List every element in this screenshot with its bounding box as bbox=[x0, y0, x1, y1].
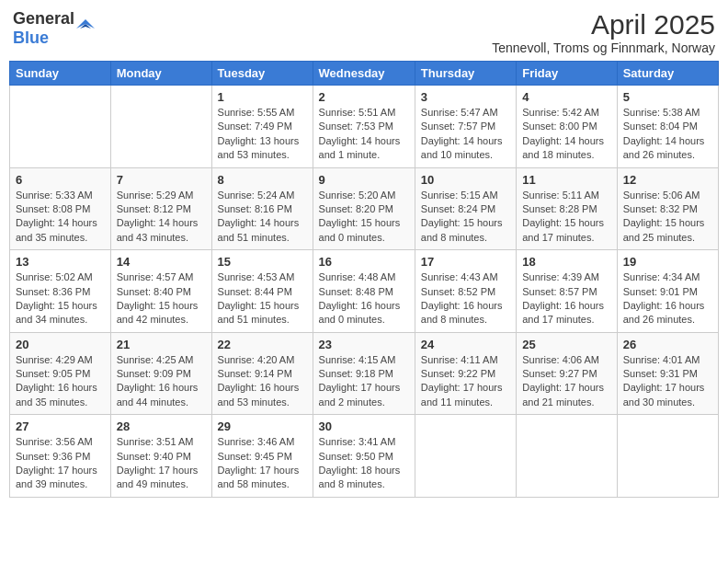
calendar-table: SundayMondayTuesdayWednesdayThursdayFrid… bbox=[9, 61, 719, 498]
day-info: Sunrise: 5:51 AM Sunset: 7:53 PM Dayligh… bbox=[319, 106, 409, 163]
day-info: Sunrise: 4:01 AM Sunset: 9:31 PM Dayligh… bbox=[623, 353, 712, 410]
weekday-header-sunday: Sunday bbox=[10, 62, 111, 86]
calendar-cell: 15Sunrise: 4:53 AM Sunset: 8:44 PM Dayli… bbox=[211, 250, 313, 333]
calendar-cell: 17Sunrise: 4:43 AM Sunset: 8:52 PM Dayli… bbox=[415, 250, 516, 333]
calendar-cell: 29Sunrise: 3:46 AM Sunset: 9:45 PM Dayli… bbox=[211, 415, 313, 498]
day-number: 7 bbox=[117, 173, 206, 187]
day-number: 8 bbox=[218, 173, 307, 187]
calendar-cell: 7Sunrise: 5:29 AM Sunset: 8:12 PM Daylig… bbox=[110, 167, 211, 250]
day-info: Sunrise: 4:06 AM Sunset: 9:27 PM Dayligh… bbox=[522, 353, 610, 410]
day-info: Sunrise: 5:38 AM Sunset: 8:04 PM Dayligh… bbox=[623, 106, 712, 163]
day-info: Sunrise: 3:46 AM Sunset: 9:45 PM Dayligh… bbox=[218, 435, 307, 492]
day-number: 12 bbox=[623, 173, 712, 187]
week-row-1: 1Sunrise: 5:55 AM Sunset: 7:49 PM Daylig… bbox=[10, 86, 719, 168]
day-number: 27 bbox=[16, 419, 105, 433]
calendar-cell: 4Sunrise: 5:42 AM Sunset: 8:00 PM Daylig… bbox=[517, 86, 617, 168]
day-info: Sunrise: 5:24 AM Sunset: 8:16 PM Dayligh… bbox=[218, 189, 307, 246]
day-info: Sunrise: 4:11 AM Sunset: 9:22 PM Dayligh… bbox=[421, 353, 510, 410]
day-info: Sunrise: 5:11 AM Sunset: 8:28 PM Dayligh… bbox=[522, 189, 610, 246]
day-info: Sunrise: 4:39 AM Sunset: 8:57 PM Dayligh… bbox=[522, 270, 610, 327]
day-info: Sunrise: 4:20 AM Sunset: 9:14 PM Dayligh… bbox=[218, 353, 307, 410]
day-info: Sunrise: 5:42 AM Sunset: 8:00 PM Dayligh… bbox=[522, 106, 610, 163]
day-number: 25 bbox=[522, 338, 610, 351]
day-info: Sunrise: 5:15 AM Sunset: 8:24 PM Dayligh… bbox=[421, 189, 510, 246]
week-row-2: 6Sunrise: 5:33 AM Sunset: 8:08 PM Daylig… bbox=[10, 167, 719, 250]
day-info: Sunrise: 4:29 AM Sunset: 9:05 PM Dayligh… bbox=[16, 353, 105, 410]
weekday-header-thursday: Thursday bbox=[415, 62, 516, 86]
day-number: 28 bbox=[117, 419, 206, 433]
day-number: 20 bbox=[16, 338, 105, 351]
logo-icon bbox=[76, 19, 95, 38]
weekday-header-saturday: Saturday bbox=[617, 62, 718, 86]
day-number: 21 bbox=[117, 338, 206, 351]
calendar-cell: 6Sunrise: 5:33 AM Sunset: 8:08 PM Daylig… bbox=[10, 167, 111, 250]
day-number: 5 bbox=[623, 90, 712, 104]
calendar-cell: 3Sunrise: 5:47 AM Sunset: 7:57 PM Daylig… bbox=[415, 86, 516, 168]
logo-blue: Blue bbox=[13, 29, 49, 47]
day-info: Sunrise: 5:33 AM Sunset: 8:08 PM Dayligh… bbox=[16, 189, 105, 246]
day-number: 13 bbox=[16, 255, 105, 269]
calendar-cell: 5Sunrise: 5:38 AM Sunset: 8:04 PM Daylig… bbox=[617, 86, 718, 168]
day-info: Sunrise: 3:41 AM Sunset: 9:50 PM Dayligh… bbox=[319, 435, 409, 492]
day-number: 14 bbox=[117, 255, 206, 269]
calendar-cell: 25Sunrise: 4:06 AM Sunset: 9:27 PM Dayli… bbox=[517, 332, 617, 415]
calendar-cell: 30Sunrise: 3:41 AM Sunset: 9:50 PM Dayli… bbox=[313, 415, 415, 498]
page-header: General Blue April 2025 Tennevoll, Troms… bbox=[9, 9, 719, 55]
day-number: 6 bbox=[16, 173, 105, 187]
day-info: Sunrise: 5:02 AM Sunset: 8:36 PM Dayligh… bbox=[16, 270, 105, 327]
day-number: 16 bbox=[319, 255, 409, 269]
day-number: 18 bbox=[522, 255, 610, 269]
day-info: Sunrise: 4:57 AM Sunset: 8:40 PM Dayligh… bbox=[117, 270, 206, 327]
week-row-5: 27Sunrise: 3:56 AM Sunset: 9:36 PM Dayli… bbox=[10, 415, 719, 498]
week-row-4: 20Sunrise: 4:29 AM Sunset: 9:05 PM Dayli… bbox=[10, 332, 719, 415]
day-number: 26 bbox=[623, 338, 712, 351]
calendar-cell: 9Sunrise: 5:20 AM Sunset: 8:20 PM Daylig… bbox=[313, 167, 415, 250]
calendar-cell: 27Sunrise: 3:56 AM Sunset: 9:36 PM Dayli… bbox=[10, 415, 111, 498]
calendar-cell: 2Sunrise: 5:51 AM Sunset: 7:53 PM Daylig… bbox=[313, 86, 415, 168]
day-info: Sunrise: 4:43 AM Sunset: 8:52 PM Dayligh… bbox=[421, 270, 510, 327]
title-block: April 2025 Tennevoll, Troms og Finnmark,… bbox=[492, 9, 715, 55]
weekday-header-monday: Monday bbox=[110, 62, 211, 86]
day-number: 9 bbox=[319, 173, 409, 187]
calendar-cell: 23Sunrise: 4:15 AM Sunset: 9:18 PM Dayli… bbox=[313, 332, 415, 415]
calendar-cell bbox=[617, 415, 718, 498]
weekday-header-friday: Friday bbox=[517, 62, 617, 86]
calendar-cell: 21Sunrise: 4:25 AM Sunset: 9:09 PM Dayli… bbox=[110, 332, 211, 415]
calendar-cell: 10Sunrise: 5:15 AM Sunset: 8:24 PM Dayli… bbox=[415, 167, 516, 250]
day-number: 11 bbox=[522, 173, 610, 187]
calendar-cell: 19Sunrise: 4:34 AM Sunset: 9:01 PM Dayli… bbox=[617, 250, 718, 333]
day-number: 23 bbox=[319, 338, 409, 351]
day-number: 17 bbox=[421, 255, 510, 269]
day-number: 22 bbox=[218, 338, 307, 351]
calendar-cell: 18Sunrise: 4:39 AM Sunset: 8:57 PM Dayli… bbox=[517, 250, 617, 333]
logo-general: General bbox=[13, 9, 74, 28]
day-info: Sunrise: 5:55 AM Sunset: 7:49 PM Dayligh… bbox=[218, 106, 307, 163]
day-number: 2 bbox=[319, 90, 409, 104]
logo-wordmark: General Blue bbox=[13, 9, 74, 48]
day-number: 10 bbox=[421, 173, 510, 187]
weekday-header-wednesday: Wednesday bbox=[313, 62, 415, 86]
weekday-header-tuesday: Tuesday bbox=[211, 62, 313, 86]
day-number: 19 bbox=[623, 255, 712, 269]
calendar-cell: 14Sunrise: 4:57 AM Sunset: 8:40 PM Dayli… bbox=[110, 250, 211, 333]
calendar-cell: 11Sunrise: 5:11 AM Sunset: 8:28 PM Dayli… bbox=[517, 167, 617, 250]
calendar-cell bbox=[10, 86, 111, 168]
day-info: Sunrise: 4:25 AM Sunset: 9:09 PM Dayligh… bbox=[117, 353, 206, 410]
day-info: Sunrise: 5:06 AM Sunset: 8:32 PM Dayligh… bbox=[623, 189, 712, 246]
calendar-cell: 8Sunrise: 5:24 AM Sunset: 8:16 PM Daylig… bbox=[211, 167, 313, 250]
calendar-cell: 12Sunrise: 5:06 AM Sunset: 8:32 PM Dayli… bbox=[617, 167, 718, 250]
calendar-cell bbox=[110, 86, 211, 168]
calendar-cell bbox=[517, 415, 617, 498]
logo: General Blue bbox=[13, 9, 95, 48]
day-number: 1 bbox=[218, 90, 307, 104]
weekday-header-row: SundayMondayTuesdayWednesdayThursdayFrid… bbox=[10, 62, 719, 86]
day-number: 4 bbox=[522, 90, 610, 104]
week-row-3: 13Sunrise: 5:02 AM Sunset: 8:36 PM Dayli… bbox=[10, 250, 719, 333]
day-number: 29 bbox=[218, 419, 307, 433]
calendar-cell: 28Sunrise: 3:51 AM Sunset: 9:40 PM Dayli… bbox=[110, 415, 211, 498]
calendar-cell bbox=[415, 415, 516, 498]
day-number: 15 bbox=[218, 255, 307, 269]
calendar-title: April 2025 bbox=[492, 9, 715, 40]
day-number: 24 bbox=[421, 338, 510, 351]
calendar-cell: 13Sunrise: 5:02 AM Sunset: 8:36 PM Dayli… bbox=[10, 250, 111, 333]
